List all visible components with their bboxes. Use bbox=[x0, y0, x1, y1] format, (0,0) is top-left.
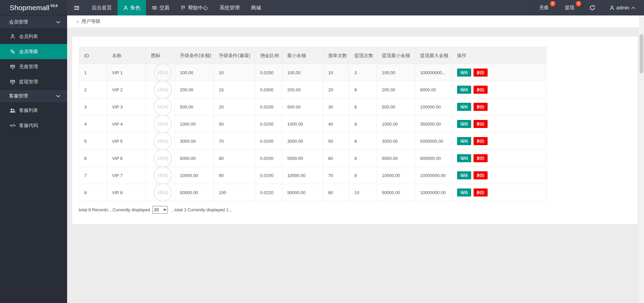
cell-actions: 编辑删除 bbox=[452, 81, 546, 98]
edit-button[interactable]: 编辑 bbox=[457, 86, 471, 94]
cell-value: 10000.00 bbox=[175, 167, 214, 184]
nav-tab-dashboard[interactable]: 后台首页 bbox=[86, 0, 117, 15]
cell-id: 7 bbox=[79, 167, 107, 184]
cell-value: 3000.00 bbox=[377, 133, 415, 150]
refresh-button[interactable] bbox=[583, 0, 602, 15]
broken-image-placeholder: (404) bbox=[154, 81, 172, 99]
cell-value: 0.0200 bbox=[255, 167, 282, 184]
cell-icon: (404) bbox=[146, 167, 175, 184]
cell-actions: 编辑删除 bbox=[452, 133, 546, 150]
cell-value: 10 bbox=[214, 64, 255, 81]
column-header-0: ID bbox=[79, 47, 107, 64]
cell-value: 70 bbox=[214, 133, 255, 150]
cell-id: 8 bbox=[79, 184, 107, 201]
person-icon bbox=[123, 5, 128, 10]
sidebar-item-label: 客服列表 bbox=[19, 107, 38, 114]
cell-value: 60 bbox=[323, 150, 349, 167]
cell-name: VIP 7 bbox=[107, 167, 146, 184]
nav-tab-system[interactable]: 系统管理 bbox=[214, 0, 245, 15]
nav-tab-label: 角色 bbox=[130, 5, 140, 11]
cell-name: VIP 3 bbox=[107, 98, 146, 116]
app-version: V3.0 bbox=[50, 4, 57, 8]
cell-value: 100000000... bbox=[415, 64, 452, 81]
cell-value: 10000000.00 bbox=[415, 184, 452, 201]
nav-tab-trade[interactable]: 交易 bbox=[146, 0, 175, 15]
cell-actions: 编辑删除 bbox=[452, 98, 546, 116]
sidebar-group-service-management[interactable]: 客服管理 bbox=[0, 89, 67, 103]
main-area: » 用户等级 ID名称图标升级条件(余额)升级条件(邀请)佣金比例最小余额接单次… bbox=[67, 15, 644, 303]
edit-button[interactable]: 编辑 bbox=[457, 171, 471, 179]
column-header-8: 提现次数 bbox=[349, 47, 377, 64]
table-row: 8VIP 8(404)50000.001000.022050000.008010… bbox=[79, 184, 546, 201]
sidebar-item-label: 会员列表 bbox=[19, 34, 38, 40]
delete-button[interactable]: 删除 bbox=[474, 171, 488, 179]
admin-user-menu[interactable]: admin bbox=[602, 0, 644, 15]
chevron-down-icon bbox=[56, 21, 60, 24]
cell-value: 8 bbox=[349, 167, 377, 184]
person-icon bbox=[9, 34, 16, 39]
sidebar-item-service-code[interactable]: </>客服代码 bbox=[0, 118, 67, 133]
nav-tab-help-center[interactable]: 帮助中心 bbox=[175, 0, 214, 15]
delete-button[interactable]: 删除 bbox=[474, 69, 488, 77]
cell-name: VIP 2 bbox=[107, 81, 146, 98]
sidebar-item-recharge-management[interactable]: 充值管理 bbox=[0, 59, 67, 74]
sidebar-item-service-list[interactable]: 客服列表 bbox=[0, 103, 67, 118]
delete-button[interactable]: 删除 bbox=[474, 154, 488, 162]
cell-actions: 编辑删除 bbox=[452, 167, 546, 184]
table-row: 2VIP 2(404)200.00150.0300200.00206200.00… bbox=[79, 81, 546, 98]
delete-button[interactable]: 删除 bbox=[474, 103, 488, 111]
card-icon bbox=[9, 64, 16, 69]
cell-value: 3 bbox=[349, 64, 377, 81]
edit-button[interactable]: 编辑 bbox=[457, 188, 471, 197]
page-size-select[interactable]: 20 bbox=[152, 206, 168, 214]
cell-value: 3000.00 bbox=[282, 133, 323, 150]
edit-button[interactable]: 编辑 bbox=[457, 154, 471, 162]
delete-button[interactable]: 删除 bbox=[474, 137, 488, 145]
cell-value: 90 bbox=[214, 167, 255, 184]
sidebar-group-member-management[interactable]: 会员管理 bbox=[0, 15, 67, 29]
cell-actions: 编辑删除 bbox=[452, 116, 546, 133]
navbar-withdraw-button[interactable]: 提现0 bbox=[557, 0, 583, 15]
admin-username: admin bbox=[616, 5, 629, 10]
sidebar-item-member-level[interactable]: 会员等级 bbox=[0, 44, 67, 59]
sidebar-item-member-list[interactable]: 会员列表 bbox=[0, 29, 67, 44]
cell-value: 0.0200 bbox=[255, 133, 282, 150]
cell-name: VIP 1 bbox=[107, 64, 146, 81]
cell-value: 200.00 bbox=[282, 81, 323, 98]
sidebar-item-label: 充值管理 bbox=[19, 64, 38, 70]
delete-button[interactable]: 删除 bbox=[474, 120, 488, 128]
delete-button[interactable]: 删除 bbox=[474, 188, 488, 197]
cell-value: 10000.00 bbox=[377, 167, 415, 184]
cell-actions: 编辑删除 bbox=[452, 150, 546, 167]
navbar-withdraw-label: 提现 bbox=[565, 5, 575, 11]
edit-button[interactable]: 编辑 bbox=[457, 103, 471, 111]
scrollbar-thumb[interactable] bbox=[640, 34, 643, 73]
people-icon bbox=[9, 108, 16, 113]
cell-value: 15 bbox=[214, 81, 255, 98]
cell-value: 20 bbox=[214, 98, 255, 116]
edit-button[interactable]: 编辑 bbox=[457, 137, 471, 145]
code-icon: </> bbox=[9, 123, 16, 128]
sidebar: 会员管理会员列表会员等级充值管理提现管理客服管理客服列表</>客服代码 bbox=[0, 15, 67, 303]
person-icon bbox=[609, 5, 614, 10]
cell-value: 0.0200 bbox=[255, 150, 282, 167]
cell-value: 0.0250 bbox=[255, 64, 282, 81]
nav-tab-label: 商城 bbox=[251, 5, 261, 11]
nav-tab-roles[interactable]: 角色 bbox=[117, 0, 146, 15]
sidebar-item-label: 提现管理 bbox=[19, 79, 38, 85]
card-icon bbox=[9, 80, 16, 84]
cell-value: 0.0200 bbox=[255, 98, 282, 116]
cell-icon: (404) bbox=[146, 184, 175, 201]
navbar-recharge-button[interactable]: 充值0 bbox=[531, 0, 557, 15]
edit-button[interactable]: 编辑 bbox=[457, 120, 471, 128]
delete-button[interactable]: 删除 bbox=[474, 86, 488, 94]
edit-button[interactable]: 编辑 bbox=[457, 69, 471, 77]
column-header-3: 升级条件(余额) bbox=[175, 47, 214, 64]
sidebar-item-withdraw-management[interactable]: 提现管理 bbox=[0, 74, 67, 89]
cell-id: 5 bbox=[79, 133, 107, 150]
cell-value: 100.00 bbox=[282, 64, 323, 81]
broken-image-placeholder: (404) bbox=[154, 63, 172, 82]
nav-tab-mall[interactable]: 商城 bbox=[245, 0, 267, 15]
column-header-10: 提现最大金额 bbox=[415, 47, 452, 64]
sidebar-toggle-button[interactable] bbox=[67, 0, 86, 15]
